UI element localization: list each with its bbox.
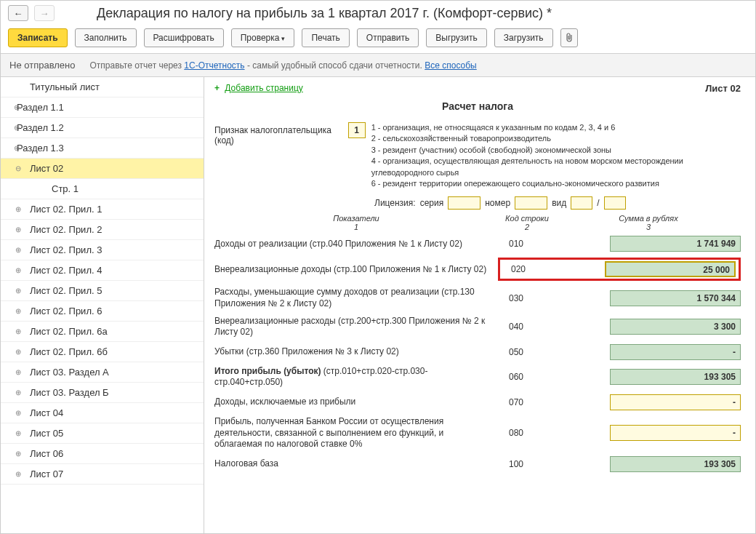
- attachment-button[interactable]: [560, 28, 578, 47]
- tree-item[interactable]: ⊖Лист 02: [1, 159, 204, 179]
- tree-item[interactable]: Стр. 1: [1, 179, 204, 199]
- expand-icon[interactable]: ⊕: [15, 409, 23, 416]
- back-button[interactable]: ←: [8, 5, 28, 21]
- taxpayer-legend: 1 - организация, не относящаяся к указан…: [371, 122, 741, 189]
- sidebar-tree: Титульный лист⊕Раздел 1.1⊕Раздел 1.2⊕Раз…: [1, 77, 204, 533]
- tree-item[interactable]: ⊕Лист 02. Прил. 6б: [1, 342, 204, 362]
- expand-icon[interactable]: ⊕: [15, 307, 23, 314]
- tree-item[interactable]: ⊕Лист 03. Раздел Б: [1, 383, 204, 403]
- tree-item[interactable]: ⊕Раздел 1.3: [1, 138, 204, 159]
- license-slash: /: [597, 198, 599, 208]
- value-input[interactable]: 1 570 344: [610, 290, 741, 306]
- tree-item[interactable]: ⊕Лист 02. Прил. 5: [1, 281, 204, 301]
- value-input[interactable]: 1 741 949: [610, 236, 741, 252]
- tree-item-label: Лист 02. Прил. 5: [30, 285, 102, 296]
- tree-item[interactable]: ⊕Лист 07: [1, 464, 204, 485]
- tree-item-label: Лист 02. Прил. 2: [30, 224, 102, 235]
- expand-icon[interactable]: ⊕: [15, 388, 23, 396]
- license-kind-input[interactable]: [571, 196, 592, 210]
- export-button[interactable]: Выгрузить: [426, 28, 487, 47]
- send-button[interactable]: Отправить: [357, 28, 419, 47]
- value-input[interactable]: -: [610, 425, 741, 441]
- add-page-row: + Добавить страницу Лист 02: [214, 83, 741, 93]
- expand-icon[interactable]: ⊕: [14, 144, 21, 151]
- tree-item-label: Раздел 1.1: [17, 102, 64, 113]
- data-rows: Доходы от реализации (стр.040 Приложения…: [214, 236, 741, 471]
- link-all-methods[interactable]: Все способы: [425, 60, 477, 71]
- tree-item[interactable]: ⊕Лист 03. Раздел А: [1, 362, 204, 383]
- save-button[interactable]: Записать: [8, 28, 68, 47]
- taxpayer-label: Признак налогоплательщика (код): [214, 122, 342, 146]
- license-sub-input[interactable]: [604, 196, 626, 210]
- row-code: 010: [498, 239, 534, 249]
- legend-line: 3 - резидент (участник) особой (свободно…: [371, 145, 741, 156]
- collapse-icon[interactable]: ⊖: [15, 164, 23, 172]
- forward-button[interactable]: →: [34, 5, 55, 21]
- data-row: Налоговая база100193 305: [214, 456, 741, 472]
- decode-button[interactable]: Расшифровать: [144, 28, 224, 47]
- expand-icon[interactable]: ⊕: [15, 429, 23, 437]
- tree-item-label: Раздел 1.2: [17, 122, 64, 133]
- print-button[interactable]: Печать: [302, 28, 349, 47]
- legend-line: 2 - сельскохозяйственный товаропроизводи…: [371, 133, 741, 144]
- value-input[interactable]: 193 305: [610, 456, 741, 472]
- taxpayer-code-input[interactable]: 1: [348, 122, 366, 138]
- page-title: Декларация по налогу на прибыль за 1 ква…: [97, 6, 552, 21]
- highlighted-cell: 02025 000: [498, 258, 741, 281]
- tree-item[interactable]: ⊕Лист 02. Прил. 6: [1, 301, 204, 322]
- expand-icon[interactable]: ⊕: [15, 470, 23, 477]
- check-button[interactable]: Проверка▾: [231, 28, 295, 47]
- value-input[interactable]: -: [610, 344, 741, 360]
- expand-icon[interactable]: ⊕: [15, 287, 23, 294]
- tree-item[interactable]: ⊕Лист 05: [1, 423, 204, 444]
- row-code: 040: [498, 322, 534, 332]
- tree-item[interactable]: ⊕Раздел 1.2: [1, 118, 204, 138]
- tree-item[interactable]: ⊕Лист 02. Прил. 3: [1, 240, 204, 260]
- tree-item[interactable]: ⊕Лист 04: [1, 403, 204, 423]
- expand-icon[interactable]: ⊕: [15, 266, 23, 274]
- expand-icon[interactable]: ⊕: [15, 205, 23, 212]
- row-code: 060: [498, 372, 534, 382]
- tree-item[interactable]: ⊕Лист 02. Прил. 1: [1, 199, 204, 220]
- license-serie-input[interactable]: [448, 196, 480, 210]
- expand-icon[interactable]: ⊕: [15, 327, 23, 335]
- add-page-link[interactable]: Добавить страницу: [225, 83, 302, 93]
- row-code: 050: [498, 347, 534, 357]
- tree-item[interactable]: ⊕Лист 02. Прил. 2: [1, 220, 204, 240]
- row-indicator: Внереализационные доходы (стр.100 Прилож…: [214, 264, 498, 276]
- value-input[interactable]: 3 300: [610, 319, 741, 335]
- import-button[interactable]: Загрузить: [494, 28, 553, 47]
- license-number-input[interactable]: [515, 196, 547, 210]
- value-input[interactable]: 25 000: [605, 261, 736, 277]
- legend-line: 1 - организация, не относящаяся к указан…: [371, 122, 741, 133]
- expand-icon[interactable]: ⊕: [15, 368, 23, 375]
- row-code: 020: [503, 264, 534, 274]
- row-code: 030: [498, 293, 534, 303]
- expand-icon[interactable]: ⊕: [14, 103, 21, 111]
- expand-icon[interactable]: ⊕: [14, 124, 21, 131]
- tree-item-label: Лист 02. Прил. 1: [30, 204, 102, 215]
- expand-icon[interactable]: ⊕: [15, 226, 23, 233]
- fill-button[interactable]: Заполнить: [75, 28, 137, 47]
- content-area: + Добавить страницу Лист 02 Расчет налог…: [204, 77, 755, 533]
- expand-icon[interactable]: ⊕: [15, 246, 23, 253]
- tree-item[interactable]: ⊕Лист 02. Прил. 4: [1, 260, 204, 281]
- license-label: Лицензия:: [374, 198, 416, 208]
- license-serie-label: серия: [420, 198, 444, 208]
- data-row: Расходы, уменьшающие сумму доходов от ре…: [214, 287, 741, 309]
- tree-item-label: Титульный лист: [30, 81, 100, 92]
- status-state: Не отправлено: [9, 60, 75, 71]
- tree-item[interactable]: Титульный лист: [1, 77, 204, 97]
- tree-item[interactable]: ⊕Лист 06: [1, 444, 204, 464]
- value-input[interactable]: 193 305: [610, 369, 741, 385]
- tree-item[interactable]: ⊕Раздел 1.1: [1, 97, 204, 118]
- value-input[interactable]: -: [610, 394, 741, 410]
- data-row: Доходы от реализации (стр.040 Приложения…: [214, 236, 741, 252]
- expand-icon[interactable]: ⊕: [15, 348, 23, 355]
- header: ← → Декларация по налогу на прибыль за 1…: [1, 1, 755, 25]
- row-indicator: Налоговая база: [214, 458, 498, 470]
- link-1c-reporting[interactable]: 1С-Отчетность: [184, 60, 244, 71]
- tree-item-label: Лист 02. Прил. 6: [30, 306, 102, 316]
- tree-item[interactable]: ⊕Лист 02. Прил. 6а: [1, 322, 204, 342]
- expand-icon[interactable]: ⊕: [15, 450, 23, 457]
